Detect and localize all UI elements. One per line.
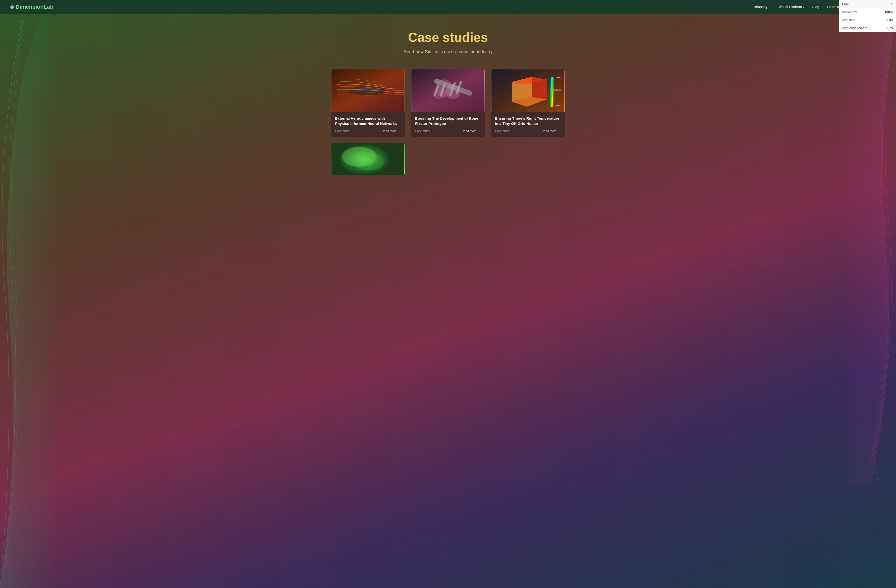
card-tag-2: Case study <box>415 129 430 133</box>
hero-subtitle: Read how Siml.ai is used across the indu… <box>404 49 492 55</box>
card-footer-3: Case study read more → <box>495 129 561 133</box>
case-study-card-2[interactable]: Boosting The Development of Bone Fixator… <box>411 69 485 137</box>
house-illustration: 2.0e+01 1.9e+01 1.8e+01 <box>491 69 565 112</box>
card-image-1 <box>331 69 405 112</box>
analytics-avgtime-label: Avg. time <box>842 18 855 22</box>
case-studies-grid-bottom <box>331 143 565 175</box>
chevron-down-icon: ▾ <box>768 6 770 8</box>
wave-left-decoration <box>0 0 55 588</box>
svg-point-24 <box>354 153 384 171</box>
logo-icon: ◈ <box>10 4 14 10</box>
card-image-4 <box>331 143 405 175</box>
svg-text:1.9e+01: 1.9e+01 <box>554 89 561 91</box>
case-study-card-3[interactable]: 2.0e+01 1.9e+01 1.8e+01 Ensuring There's… <box>491 69 565 137</box>
card-body-2: Boosting The Development of Bone Fixator… <box>411 112 485 137</box>
bone-illustration <box>411 69 485 112</box>
analytics-viewed-label: Viewed by <box>842 10 857 14</box>
arrow-right-icon: → <box>558 129 561 133</box>
green-illustration <box>331 143 405 175</box>
read-more-link-1[interactable]: read more → <box>383 129 401 133</box>
case-study-card-4[interactable] <box>331 143 405 175</box>
page-title: Case studies <box>408 30 488 45</box>
nav-blog[interactable]: Blog <box>809 3 822 11</box>
svg-marker-16 <box>532 77 547 99</box>
svg-text:2.0e+01: 2.0e+01 <box>554 76 561 79</box>
nav-company[interactable]: Company ▾ <box>750 3 773 11</box>
case-study-card-1[interactable]: External Aerodynamics with Physics-Infor… <box>331 69 405 137</box>
wave-right-decoration <box>846 15 896 485</box>
card-body-3: Ensuring There's Right Temperature in a … <box>491 112 565 137</box>
analytics-viewed-value: 100% <box>885 10 893 14</box>
card-title-3: Ensuring There's Right Temperature in a … <box>495 116 561 126</box>
analytics-line-value: 1 <box>891 2 893 6</box>
card-footer-2: Case study read more → <box>415 129 481 133</box>
analytics-engagement-value: 2.7s <box>887 26 893 30</box>
card-image-2 <box>411 69 485 112</box>
card-title-2: Boosting The Development of Bone Fixator… <box>415 116 481 126</box>
card-tag-3: Case study <box>495 129 510 133</box>
read-more-link-3[interactable]: read more → <box>543 129 561 133</box>
nav-logo[interactable]: ◈ DimensionLab <box>10 4 53 10</box>
aero-illustration <box>331 69 405 112</box>
card-footer-1: Case study read more → <box>335 129 401 133</box>
analytics-engagement-label: Avg. engagement <box>842 26 867 30</box>
card-tag-1: Case study <box>335 129 350 133</box>
svg-rect-17 <box>550 77 553 107</box>
read-more-link-2[interactable]: read more → <box>463 129 481 133</box>
arrow-right-icon: → <box>478 129 481 133</box>
card-body-1: External Aerodynamics with Physics-Infor… <box>331 112 405 137</box>
case-studies-grid: External Aerodynamics with Physics-Infor… <box>331 69 565 137</box>
svg-text:1.8e+01: 1.8e+01 <box>554 105 561 107</box>
analytics-panel: Line 1 Viewed by 100% Avg. time 3.3s Avg… <box>839 0 896 32</box>
analytics-line-label: Line <box>842 2 849 6</box>
hero-section: Case studies Read how Siml.ai is used ac… <box>0 0 896 588</box>
arrow-right-icon: → <box>398 129 401 133</box>
card-image-3: 2.0e+01 1.9e+01 1.8e+01 <box>491 69 565 112</box>
card-title-1: External Aerodynamics with Physics-Infor… <box>335 116 401 126</box>
analytics-avgtime-value: 3.3s <box>887 18 893 22</box>
navbar: ◈ DimensionLab Company ▾ Siml.ai Platfor… <box>0 0 896 14</box>
chevron-down-icon: ▾ <box>803 6 804 8</box>
nav-platform[interactable]: Siml.ai Platform ▾ <box>774 3 807 11</box>
